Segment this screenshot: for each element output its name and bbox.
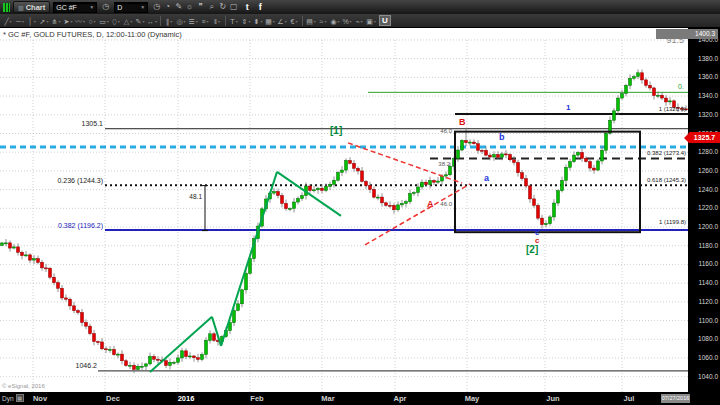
currency-tool[interactable]: €▾ — [288, 15, 300, 27]
triangle-tool[interactable]: △▾ — [122, 15, 134, 27]
arrow-tool[interactable]: ➤▾ — [62, 15, 74, 27]
candle-body — [141, 366, 144, 367]
candle-body — [517, 163, 520, 173]
candle-body — [649, 85, 652, 88]
target-tool[interactable]: ◉▾ — [329, 15, 341, 27]
search-icon[interactable]: ⌕ — [206, 0, 217, 14]
horizontal-line-tool[interactable]: ─▾ — [14, 15, 26, 27]
candle-body — [165, 361, 168, 366]
image-tool[interactable]: ▣▾ — [365, 15, 377, 27]
twitter-icon[interactable]: t — [242, 2, 252, 12]
candle-body — [417, 187, 420, 193]
chart-annotation: [2] — [526, 244, 538, 255]
candle-body — [413, 193, 416, 194]
chart-annotation: b — [499, 132, 505, 142]
month-tick-label: Jun — [546, 394, 559, 403]
candle-body — [561, 180, 564, 190]
candle-body — [541, 218, 544, 225]
time-axis[interactable]: Dyn ▦ 07/27/2016 NovDec2016FebMarAprMayJ… — [0, 392, 720, 405]
chart-annotation: 0.618 (1245.3) — [647, 177, 686, 183]
candle-body — [137, 366, 140, 369]
candle-body — [525, 179, 528, 186]
price-tick-label: 1380.0 — [698, 55, 718, 62]
candle-body — [105, 349, 108, 350]
interval-input[interactable]: D ▼ — [114, 2, 148, 13]
rectangle-tool[interactable]: ▭▾ — [98, 15, 110, 27]
trendline-tool[interactable]: ╱▾ — [2, 15, 14, 27]
underline-button[interactable]: U — [379, 15, 391, 26]
alarm-icon[interactable]: ◔ — [162, 0, 173, 14]
fib-retracement-tool[interactable]: ☰▾ — [187, 15, 199, 27]
candle-body — [193, 356, 196, 358]
zigzag-tool[interactable]: 〰▾ — [74, 15, 86, 27]
candle-body — [489, 155, 492, 157]
facebook-icon[interactable]: f — [255, 2, 265, 12]
candle-body — [533, 199, 536, 205]
grid-tool[interactable]: ▦▾ — [264, 15, 276, 27]
price-axis[interactable]: 1400.01380.01360.01340.01320.01300.01280… — [688, 28, 720, 392]
dyn-tab[interactable]: Dyn ▦ — [2, 394, 24, 402]
chat-icon[interactable]: ❞ — [195, 0, 206, 14]
ray-tool[interactable]: ➚▾ — [38, 15, 50, 27]
candle-body — [345, 160, 348, 170]
chart-annotation: 46.0 — [440, 128, 452, 134]
angle-tool[interactable]: ∠▾ — [276, 15, 288, 27]
text-tool[interactable]: T▾ — [228, 15, 240, 27]
candle-body — [13, 247, 16, 248]
extended-line-tool[interactable]: ↔▾ — [146, 15, 158, 27]
fib-circle-tool[interactable]: ◎▾ — [175, 15, 187, 27]
chart-canvas[interactable]: [1]BAbacc[2]146.038.246.048.191.50.1305.… — [0, 28, 688, 392]
candle-body — [385, 203, 388, 205]
candle-body — [557, 191, 560, 203]
candle-body — [81, 313, 84, 323]
ellipse-tool[interactable]: ⬯▾ — [110, 15, 122, 27]
refresh-icon[interactable]: ↻ — [217, 0, 228, 14]
trendline-drawing — [150, 317, 212, 372]
chart-annotation: A — [427, 199, 434, 209]
window-icon[interactable]: ▢ — [228, 0, 239, 14]
candle-body — [5, 243, 8, 244]
vertical-line-tool[interactable]: │▾ — [26, 15, 38, 27]
parallel-lines-tool[interactable]: ∥▾ — [163, 15, 175, 27]
marker-tool[interactable]: ⬍▾ — [252, 15, 264, 27]
candle-body — [297, 199, 300, 202]
sun-icon[interactable]: ☼ — [184, 0, 195, 14]
pitchfork-tool[interactable]: ⋔▾ — [50, 15, 62, 27]
chart-tab-label: Chart — [26, 3, 46, 12]
clock-icon[interactable]: ◷ — [100, 0, 111, 14]
candle-body — [61, 288, 64, 298]
candle-body — [637, 73, 640, 77]
candle-body — [125, 361, 128, 366]
chart-annotation: 1305.1 — [82, 120, 104, 127]
trendline-drawing — [277, 172, 341, 216]
chart-annotation: B — [459, 117, 466, 127]
clock-icon[interactable]: ◷ — [151, 0, 162, 14]
percent-tool[interactable]: %▾ — [341, 15, 353, 27]
fib-extension-tool[interactable]: ≡▾ — [199, 15, 211, 27]
candle-body — [433, 180, 436, 182]
symbol-input[interactable]: GC #F ▼ — [53, 2, 97, 13]
brush-tool[interactable]: ✎▾ — [134, 15, 146, 27]
table-tool[interactable]: ▤▾ — [305, 15, 317, 27]
circle-tool[interactable]: ○▾ — [86, 15, 98, 27]
candle-body — [185, 351, 188, 357]
candle-body — [293, 202, 296, 208]
regression-tool[interactable]: ‖▾ — [211, 15, 223, 27]
candle-body — [349, 160, 352, 163]
pencil-icon[interactable]: ✎ — [173, 0, 184, 14]
candle-body — [277, 191, 280, 195]
app-icon — [3, 3, 10, 12]
candle-body — [201, 355, 204, 360]
candle-body — [473, 142, 476, 144]
wave-tool[interactable]: ≈▾ — [317, 15, 329, 27]
chart-plot[interactable]: [1]BAbacc[2]146.038.246.048.191.50.1305.… — [0, 28, 688, 392]
link-tool[interactable]: ⌁▾ — [353, 15, 365, 27]
candle-body — [101, 342, 104, 349]
chart-annotation: 1 (1320.9) — [659, 106, 686, 112]
candle-body — [177, 358, 180, 362]
candle-body — [597, 161, 600, 170]
esignal-watermark: © eSignal, 2016 — [2, 383, 45, 389]
chart-tab[interactable]: ▥ Chart — [13, 1, 50, 13]
price-label-tool[interactable]: ⇕▾ — [240, 15, 252, 27]
month-tick-label: May — [465, 394, 480, 403]
